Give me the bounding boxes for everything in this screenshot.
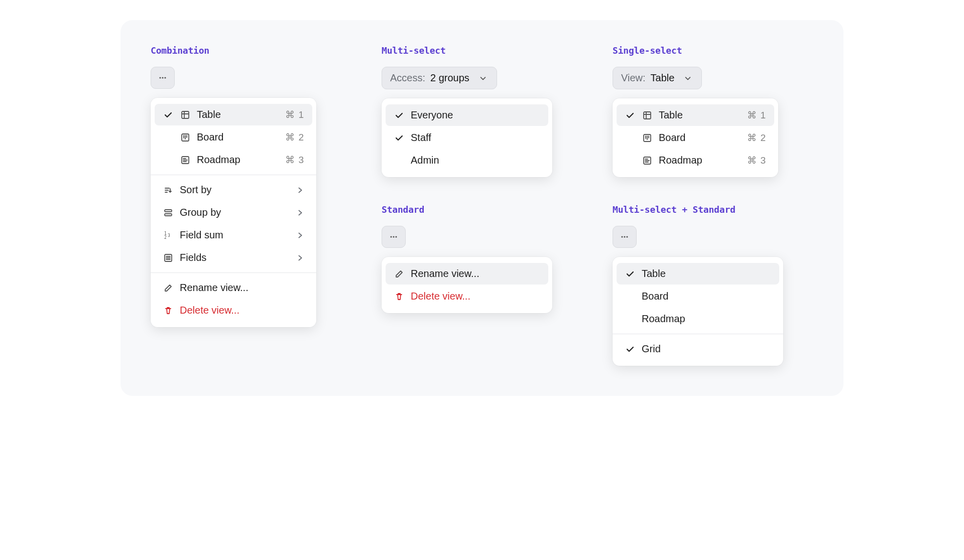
menu-item-label: Table [642,268,666,279]
group-icon [163,207,174,218]
menu-item-label: Roadmap [659,155,702,166]
section-multi-standard: Multi-select + Standard Table Board Road… [613,204,783,366]
pencil-icon [394,268,405,279]
divider [151,175,316,175]
standard-menu: Rename view... Delete view... [382,257,552,313]
chevron-right-icon [296,231,304,239]
multi-select-menu: Everyone Staff Admin [382,98,552,177]
fields-icon [163,252,174,263]
menu-item-label: Delete view... [180,305,239,316]
menu-item-fields[interactable]: Fields [155,247,312,268]
divider [613,334,783,334]
menu-item-label: Roadmap [197,154,240,166]
menu-item-label: Everyone [411,109,453,121]
trigger-prefix: View: [621,72,646,84]
menu-item-rename-view[interactable]: Rename view... [386,263,548,285]
ellipsis-icon [619,231,630,242]
menu-item-field-sum[interactable]: Field sum [155,224,312,246]
menu-item-label: Board [659,132,685,144]
view-dropdown-button[interactable]: View: Table [613,67,702,89]
menu-item-label: Table [659,109,683,121]
menu-item-view-table[interactable]: Table ⌘ 1 [155,104,312,125]
menu-item-label: Roadmap [642,313,685,325]
keyboard-shortcut: ⌘ 2 [285,131,304,143]
keyboard-shortcut: ⌘ 1 [285,109,304,120]
menu-item-label: Staff [411,132,431,144]
trigger-prefix: Access: [390,72,425,84]
pencil-icon [163,283,174,294]
menu-item-label: Sort by [180,184,211,196]
menu-item-view-board[interactable]: Board ⌘ 2 [155,126,312,148]
keyboard-shortcut: ⌘ 3 [285,154,304,166]
more-actions-button[interactable] [382,226,406,248]
menu-item-label: Group by [180,207,221,218]
section-title: Standard [382,204,424,215]
menu-item-group-by[interactable]: Group by [155,202,312,223]
field-sum-icon [163,230,174,241]
trash-icon [163,305,174,316]
menu-item-label: Admin [411,155,439,166]
single-select-menu: Table ⌘ 1 Board ⌘ 2 Roadmap ⌘ 3 [613,98,778,177]
ellipsis-icon [388,231,399,242]
trigger-value: 2 groups [430,72,469,84]
board-icon [642,132,653,144]
access-dropdown-button[interactable]: Access: 2 groups [382,67,497,89]
section-title: Combination [151,45,209,56]
menu-item-label: Grid [642,343,661,355]
multi-standard-menu: Table Board Roadmap Grid [613,257,783,366]
menu-item-everyone[interactable]: Everyone [386,104,548,126]
menu-item-rename-view[interactable]: Rename view... [155,277,312,299]
menu-item-sort-by[interactable]: Sort by [155,179,312,201]
menu-item-table[interactable]: Table [617,263,779,285]
menu-item-admin[interactable]: Admin [386,150,548,171]
chevron-right-icon [296,254,304,262]
check-icon [625,111,636,120]
keyboard-shortcut: ⌘ 2 [747,132,766,144]
table-icon [180,109,191,120]
section-standard: Standard Rename view... Delete view... [382,204,552,313]
menu-item-roadmap[interactable]: Roadmap [617,308,779,330]
menu-item-label: Table [197,109,221,120]
menu-item-label: Rename view... [411,268,479,279]
menu-item-label: Field sum [180,229,223,241]
check-icon [394,133,405,143]
more-actions-button[interactable] [613,226,637,248]
caret-down-icon [477,73,489,84]
roadmap-icon [642,155,653,166]
section-title: Multi-select [382,45,446,56]
trash-icon [394,291,405,302]
section-single-select: Single-select View: Table Table ⌘ 1 Boar… [613,45,778,177]
menu-item-view-roadmap[interactable]: Roadmap ⌘ 3 [155,149,312,171]
menu-item-delete-view[interactable]: Delete view... [386,286,548,307]
keyboard-shortcut: ⌘ 1 [747,109,766,121]
menu-item-grid[interactable]: Grid [617,338,779,360]
menu-item-label: Delete view... [411,291,470,302]
section-title: Single-select [613,45,682,56]
menu-item-delete-view[interactable]: Delete view... [155,300,312,321]
more-actions-button[interactable] [151,67,175,89]
section-combination: Combination Table ⌘ 1 Board ⌘ 2 [151,45,316,327]
menu-item-view-board[interactable]: Board ⌘ 2 [617,127,774,149]
section-title: Multi-select + Standard [613,204,736,215]
menu-item-label: Board [197,131,223,143]
menu-item-staff[interactable]: Staff [386,127,548,149]
menu-item-label: Fields [180,252,206,263]
check-icon [394,111,405,120]
menu-item-board[interactable]: Board [617,286,779,307]
menu-item-label: Board [642,291,668,302]
check-icon [625,269,636,278]
keyboard-shortcut: ⌘ 3 [747,155,766,166]
menu-item-view-table[interactable]: Table ⌘ 1 [617,104,774,126]
menu-item-label: Rename view... [180,282,249,294]
divider [151,272,316,273]
check-icon [625,345,636,354]
caret-down-icon [682,73,693,84]
check-icon [163,110,174,119]
board-icon [180,132,191,143]
menu-item-view-roadmap[interactable]: Roadmap ⌘ 3 [617,150,774,171]
example-frame: Combination Table ⌘ 1 Board ⌘ 2 [120,20,844,396]
sort-icon [163,185,174,196]
chevron-right-icon [296,209,304,217]
ellipsis-icon [157,72,168,83]
chevron-right-icon [296,186,304,194]
